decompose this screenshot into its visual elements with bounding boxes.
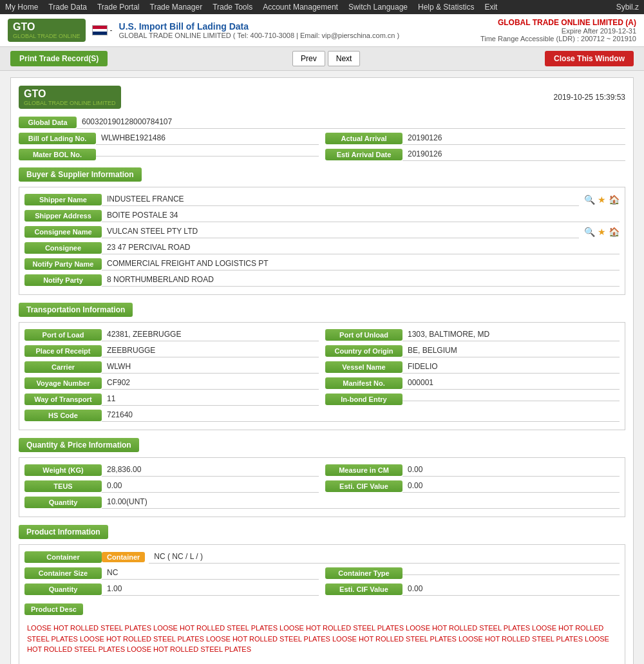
buyer-supplier-section-header: Buyer & Supplier Information	[19, 167, 142, 182]
shipper-home-icon[interactable]: 🏠	[609, 194, 620, 205]
vessel-name-label: Vessel Name	[325, 361, 402, 373]
nav-my-home[interactable]: My Home	[5, 3, 38, 12]
container-type-label: Container Type	[325, 567, 402, 579]
way-of-transport-label: Way of Transport	[24, 394, 102, 405]
nav-trade-portal[interactable]: Trade Portal	[97, 3, 140, 12]
container-type-value	[402, 571, 620, 575]
in-bond-entry-field: In-bond Entry	[325, 394, 620, 405]
top-toolbar: Print Trade Record(S) Prev Next Close Th…	[0, 47, 644, 71]
esti-cif-field: Esti. CIF Value 0.00	[325, 479, 620, 493]
measure-cm-field: Measure in CM 0.00	[325, 463, 620, 477]
nav-user: Sybil.z	[616, 3, 639, 12]
record-timestamp: 2019-10-25 15:39:53	[554, 93, 625, 102]
teus-cif-row: TEUS 0.00 Esti. CIF Value 0.00	[24, 479, 620, 493]
close-button-top[interactable]: Close This Window	[545, 51, 634, 66]
consignee-icons: 🔍 ★ 🏠	[584, 227, 620, 237]
shipper-name-label: Shipper Name	[24, 194, 102, 205]
logo-text: GTO	[13, 21, 35, 32]
port-of-unload-field: Port of Unload 1303, BALTIMORE, MD	[325, 328, 620, 341]
voyage-number-label: Voyage Number	[24, 377, 102, 389]
quantity-price-section: Weight (KG) 28,836.00 Measure in CM 0.00…	[19, 457, 625, 517]
consignee-row: Consignee 23 47 PERCIVAL ROAD	[24, 241, 620, 254]
quantity-value: 10.00(UNT)	[102, 495, 620, 509]
company-logo: GTO GLOBAL TRADE ONLINE	[8, 19, 86, 42]
country-of-origin-label: Country of Origin	[325, 345, 402, 357]
actual-arrival-label: Actual Arrival	[325, 133, 402, 144]
manifest-no-field: Manifest No. 000001	[325, 376, 620, 390]
product-cif-label: Esti. CIF Value	[325, 583, 402, 595]
product-quantity-field: Quantity 1.00	[24, 582, 319, 596]
country-of-origin-value: BE, BELGIUM	[402, 344, 620, 357]
place-of-receipt-label: Place of Receipt	[24, 345, 102, 357]
header-title-block: U.S. Import Bill of Lading Data GLOBAL T…	[119, 21, 400, 39]
container-label: Container	[24, 551, 102, 563]
notify-party-value: 8 NORTHUMBERLAND ROAD	[102, 273, 620, 287]
in-bond-entry-value	[402, 397, 620, 401]
record-header: GTO GLOBAL TRADE ONLINE LIMITED 2019-10-…	[19, 86, 625, 109]
nav-help-statistics[interactable]: Help & Statistics	[418, 3, 474, 12]
manifest-no-value: 000001	[402, 376, 620, 390]
record-logo-sub: GLOBAL TRADE ONLINE LIMITED	[24, 100, 116, 106]
global-data-label: Global Data	[19, 117, 77, 128]
transportation-section: Port of Load 42381, ZEEBRUGGE Port of Un…	[19, 322, 625, 430]
nav-account-management[interactable]: Account Management	[263, 3, 338, 12]
container-size-field: Container Size NC	[24, 566, 319, 580]
marks-block: Marks and DE570 DE222.2 DD895 DE222.1 DD…	[24, 661, 620, 665]
consignee-star-icon[interactable]: ★	[598, 227, 606, 237]
logo-subtext: GLOBAL TRADE ONLINE	[13, 33, 80, 39]
product-cif-value: 0.00	[402, 582, 620, 596]
carrier-label: Carrier	[24, 361, 102, 373]
nav-exit[interactable]: Exit	[484, 3, 497, 12]
next-button-top[interactable]: Next	[328, 51, 361, 66]
prev-button-top[interactable]: Prev	[292, 51, 325, 66]
quantity-price-section-header: Quantity & Price Information	[19, 438, 139, 452]
consignee-label: Consignee	[24, 242, 102, 254]
bol-field: Bill of Lading No. WLWHBE1921486	[19, 131, 319, 145]
actual-arrival-field: Actual Arrival 20190126	[325, 131, 625, 145]
nav-switch-language[interactable]: Switch Language	[348, 3, 408, 12]
port-of-load-field: Port of Load 42381, ZEEBRUGGE	[24, 328, 319, 341]
nav-trade-data[interactable]: Trade Data	[48, 3, 87, 12]
shipper-search-icon[interactable]: 🔍	[584, 194, 595, 205]
nav-trade-tools[interactable]: Trade Tools	[213, 3, 252, 12]
shipper-address-row: Shipper Address BOITE POSTALE 34	[24, 209, 620, 222]
port-of-load-value: 42381, ZEEBRUGGE	[102, 328, 319, 341]
country-of-origin-field: Country of Origin BE, BELGIUM	[325, 344, 620, 357]
global-data-row: Global Data 600320190128000784107	[19, 115, 625, 129]
teus-field: TEUS 0.00	[24, 479, 319, 493]
weight-measure-row: Weight (KG) 28,836.00 Measure in CM 0.00	[24, 463, 620, 477]
bol-value: WLWHBE1921486	[96, 131, 319, 145]
consignee-search-icon[interactable]: 🔍	[584, 227, 595, 237]
mater-bol-row: Mater BOL No. Esti Arrival Date 20190126	[19, 147, 625, 161]
consignee-home-icon[interactable]: 🏠	[609, 227, 620, 237]
product-desc-text: LOOSE HOT ROLLED STEEL PLATES LOOSE HOT …	[24, 620, 620, 658]
way-of-transport-field: Way of Transport 11	[24, 392, 319, 406]
shipper-address-value: BOITE POSTALE 34	[102, 209, 620, 222]
port-row: Port of Load 42381, ZEEBRUGGE Port of Un…	[24, 328, 620, 341]
place-of-receipt-value: ZEEBRUGGE	[102, 344, 319, 357]
carrier-value: WLWH	[102, 360, 319, 374]
quantity-label: Quantity	[24, 497, 102, 508]
shipper-star-icon[interactable]: ★	[598, 194, 606, 205]
flag-container: -	[92, 25, 113, 35]
company-name: GLOBAL TRADE ONLINE LIMITED (A)	[480, 18, 636, 27]
hs-code-row: HS Code 721640	[24, 408, 620, 422]
product-cif-field: Esti. CIF Value 0.00	[325, 582, 620, 596]
container-tag[interactable]: Container	[102, 552, 145, 562]
measure-cm-value: 0.00	[402, 463, 620, 477]
teus-value: 0.00	[102, 479, 319, 493]
vessel-name-field: Vessel Name FIDELIO	[325, 360, 620, 374]
esti-arrival-value: 20190126	[402, 147, 625, 161]
page-header: GTO GLOBAL TRADE ONLINE - U.S. Import Bi…	[0, 14, 644, 47]
main-content: GTO GLOBAL TRADE ONLINE LIMITED 2019-10-…	[0, 71, 644, 664]
navigation-buttons: Prev Next	[292, 51, 360, 66]
nav-items: My Home Trade Data Trade Portal Trade Ma…	[5, 3, 497, 12]
receipt-origin-row: Place of Receipt ZEEBRUGGE Country of Or…	[24, 344, 620, 357]
shipper-icons: 🔍 ★ 🏠	[584, 194, 620, 205]
esti-arrival-label: Esti Arrival Date	[325, 149, 402, 160]
voyage-number-field: Voyage Number CF902	[24, 376, 319, 390]
nav-trade-manager[interactable]: Trade Manager	[150, 3, 203, 12]
record-logo-text: GTO	[24, 88, 46, 99]
print-button-top[interactable]: Print Trade Record(S)	[10, 51, 108, 66]
mater-bol-value	[96, 152, 319, 157]
